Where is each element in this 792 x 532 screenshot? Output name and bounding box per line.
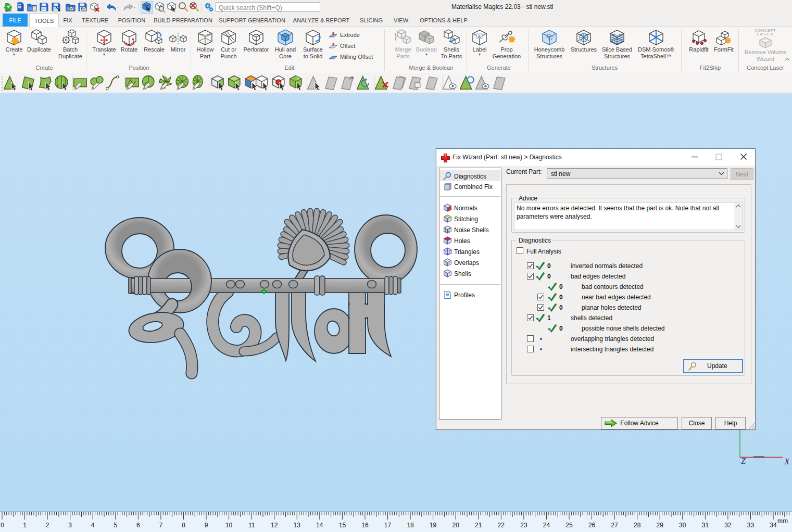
svg-text:8: 8: [182, 522, 185, 529]
svg-text:25: 25: [565, 522, 573, 529]
svg-text:Z: Z: [741, 457, 746, 465]
svg-text:28: 28: [634, 522, 641, 529]
svg-text:5: 5: [114, 522, 117, 529]
svg-text:mm: mm: [777, 517, 788, 525]
svg-text:21: 21: [475, 522, 482, 529]
svg-text:29: 29: [657, 522, 664, 529]
svg-text:9: 9: [205, 522, 208, 529]
svg-text:15: 15: [339, 522, 346, 529]
svg-text:31: 31: [702, 522, 709, 529]
svg-text:0: 0: [1, 522, 4, 529]
svg-text:24: 24: [543, 522, 550, 529]
svg-text:30: 30: [679, 522, 686, 529]
svg-text:11: 11: [248, 522, 255, 529]
svg-text:3: 3: [68, 522, 72, 529]
svg-text:23: 23: [520, 522, 527, 529]
svg-text:7: 7: [159, 522, 163, 529]
svg-text:4: 4: [91, 522, 95, 529]
svg-text:A: A: [478, 34, 481, 39]
svg-text:19: 19: [430, 522, 437, 529]
svg-text:13: 13: [294, 522, 301, 529]
svg-text:6: 6: [136, 522, 140, 529]
svg-text:26: 26: [588, 522, 596, 529]
svg-text:27: 27: [611, 522, 618, 529]
svg-text:2: 2: [46, 522, 49, 529]
svg-text:17: 17: [384, 522, 392, 529]
svg-text:20: 20: [452, 522, 460, 529]
svg-text:14: 14: [316, 522, 323, 529]
svg-text:33: 33: [747, 522, 755, 529]
svg-text:16: 16: [361, 522, 369, 529]
svg-text:34: 34: [770, 522, 777, 529]
svg-text:22: 22: [498, 522, 505, 529]
svg-text:32: 32: [724, 522, 732, 529]
svg-text:12: 12: [271, 522, 278, 529]
svg-text:10: 10: [225, 522, 233, 529]
svg-text:18: 18: [407, 522, 414, 529]
svg-text:1: 1: [23, 522, 27, 529]
